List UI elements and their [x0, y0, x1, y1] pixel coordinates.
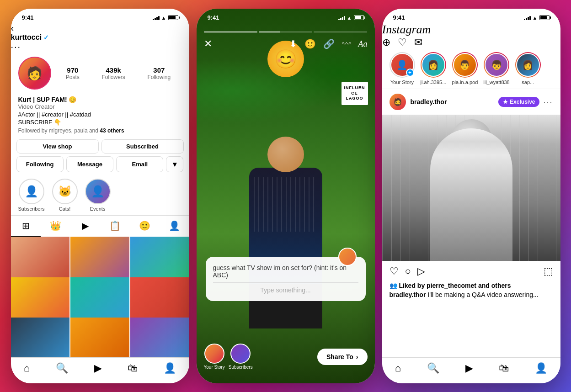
tab-video[interactable]: ▶ [70, 216, 100, 237]
status-bar-3: 9:41 ▲ [382, 9, 560, 23]
grid-item-7[interactable] [11, 318, 70, 357]
tab-grid[interactable]: ⊞ [11, 216, 41, 237]
progress-bar-1 [204, 32, 257, 32]
highlight-label-cats: Cats! [59, 206, 71, 212]
like-button[interactable]: ♡ [390, 265, 399, 277]
profile-username-header: kurttocci ✓ [11, 33, 189, 42]
shirt-pattern [254, 177, 318, 232]
search-nav-icon[interactable]: 🔍 [56, 362, 68, 374]
profile-tab-bar: ⊞ 👑 ▶ 📋 🙂 👤 [11, 215, 189, 237]
story-item-4[interactable]: 👩 sap... [515, 52, 541, 85]
bottom-nav-3: ⌂ 🔍 ▶ 🛍 👤 [382, 357, 560, 383]
like-notifications-icon[interactable]: ♡ [398, 37, 407, 48]
story-item-3[interactable]: 👦 lil_wyatt838 [483, 52, 509, 85]
highlight-events[interactable]: 👤 Events [85, 179, 111, 212]
header-action-icons: ⊕ ♡ ✉ [382, 37, 560, 48]
message-button[interactable]: Message [66, 156, 113, 172]
post-image-bw [382, 115, 560, 261]
followers-label: Followers [101, 74, 125, 80]
story-avatar-1: 👩 [422, 53, 445, 77]
email-button[interactable]: Email [116, 156, 163, 172]
bio-line1: #Actor || #creator || #catdad [18, 111, 182, 118]
post-user-avatar: 🧔 [390, 94, 406, 110]
question-input-placeholder[interactable]: Type something... [213, 282, 358, 294]
home-nav-icon-3[interactable]: ⌂ [395, 362, 401, 374]
following-label: Following [147, 74, 171, 80]
shop-nav-icon[interactable]: 🛍 [128, 362, 138, 374]
add-post-icon[interactable]: ⊕ [382, 37, 390, 48]
highlights-row: 👤 Subscribers 🐱 Cats! 👤 Events [11, 175, 189, 215]
profile-nav-icon-3[interactable]: 👤 [535, 362, 547, 374]
back-button[interactable]: ‹ [11, 23, 14, 33]
tab-face[interactable]: 🙂 [130, 216, 160, 237]
story-progress-bars [204, 32, 368, 32]
highlight-subscribers[interactable]: 👤 Subscribers [18, 179, 45, 212]
posts-stat: 970 Posts [66, 66, 80, 80]
wifi-icon: ▲ [161, 15, 166, 21]
your-story-item[interactable]: Your Story [204, 344, 225, 370]
story-avatar-4: 👩 [516, 53, 540, 77]
instagram-logo: Instagram [382, 23, 431, 36]
stories-row: 👤 + Your Story 👩 ji.ah.3395... 👨 pia.in. [382, 48, 560, 89]
subscribed-button[interactable]: Subscribed [101, 139, 184, 154]
story-name-4: sap... [522, 79, 534, 85]
story-link-icon[interactable]: 🔗 [323, 38, 335, 49]
story-avatar-2: 👨 [453, 53, 477, 77]
profile-nav-icon[interactable]: 👤 [164, 362, 176, 374]
share-label: Share To [326, 353, 353, 360]
tab-crown[interactable]: 👑 [41, 216, 70, 237]
shop-nav-icon-3[interactable]: 🛍 [499, 362, 509, 374]
your-story-feed[interactable]: 👤 + Your Story [390, 52, 415, 85]
bottom-nav-1: ⌂ 🔍 ▶ 🛍 👤 [11, 357, 189, 383]
person-head [267, 137, 304, 172]
story-overlay-top: ✕ ⬇ 🙂 🔗 〰 Aa [197, 9, 375, 53]
tab-person[interactable]: 👤 [160, 216, 189, 237]
phones-container: 9:41 ▲ ‹ kurttocci ✓ [3, 0, 569, 392]
subscribers-story-item[interactable]: Subscribers [229, 344, 253, 370]
verified-badge: ✓ [43, 34, 49, 41]
post-more-button[interactable]: ··· [543, 97, 553, 107]
story-name-2: pia.in.a.pod [452, 79, 478, 85]
followed-count: 43 others [100, 127, 124, 134]
grid-item-9[interactable] [130, 318, 189, 357]
profile-stats-section: 🧑 970 Posts 439k Followers 307 Following [11, 52, 189, 94]
question-avatar [338, 248, 357, 266]
stats-row: 970 Posts 439k Followers 307 Following [55, 66, 182, 80]
story-background: INFLUENCELAGOO 😊 🔥 [197, 9, 375, 383]
dropdown-button[interactable]: ▾ [166, 156, 183, 172]
exclusive-label: Exclusive [510, 99, 535, 105]
messenger-icon[interactable]: ✉ [414, 37, 422, 48]
comment-button[interactable]: ○ [405, 265, 411, 277]
highlight-cats[interactable]: 🐱 Cats! [52, 179, 78, 212]
story-item-2[interactable]: 👨 pia.in.a.pod [452, 52, 478, 85]
story-ring-2: 👨 [452, 52, 478, 78]
story-sticker-icon[interactable]: 🙂 [304, 38, 316, 49]
post-username[interactable]: bradley.thor [411, 98, 499, 106]
reels-nav-icon-3[interactable]: ▶ [465, 362, 473, 374]
story-avatar-3: 👦 [485, 53, 508, 77]
btn-row-2: Following Message Email ▾ [16, 156, 184, 172]
more-options-button[interactable]: ··· [11, 42, 21, 52]
reels-nav-icon[interactable]: ▶ [94, 362, 102, 374]
share-to-button[interactable]: Share To › [317, 349, 368, 365]
view-shop-button[interactable]: View shop [16, 139, 99, 154]
person-body-bw [430, 128, 512, 261]
grid-item-8[interactable] [70, 318, 129, 357]
story-item-1[interactable]: 👩 ji.ah.3395... [421, 52, 447, 85]
home-nav-icon[interactable]: ⌂ [24, 362, 30, 374]
posts-count: 970 [67, 66, 78, 74]
your-story-ring: 👤 + [390, 52, 415, 78]
signal-icon [153, 16, 160, 20]
search-nav-icon-3[interactable]: 🔍 [427, 362, 439, 374]
post-image [382, 115, 560, 261]
story-music-icon[interactable]: 〰 [342, 39, 351, 49]
following-button[interactable]: Following [16, 156, 64, 172]
phone-profile: 9:41 ▲ ‹ kurttocci ✓ [11, 9, 189, 383]
share-button[interactable]: ▷ [417, 265, 425, 277]
story-close-button[interactable]: ✕ [204, 38, 212, 50]
tab-tagged[interactable]: 📋 [100, 216, 130, 237]
story-download-icon[interactable]: ⬇ [289, 38, 297, 49]
photo-grid [11, 237, 189, 357]
story-text-icon[interactable]: Aa [358, 39, 368, 49]
save-button[interactable]: ⬚ [544, 265, 553, 277]
